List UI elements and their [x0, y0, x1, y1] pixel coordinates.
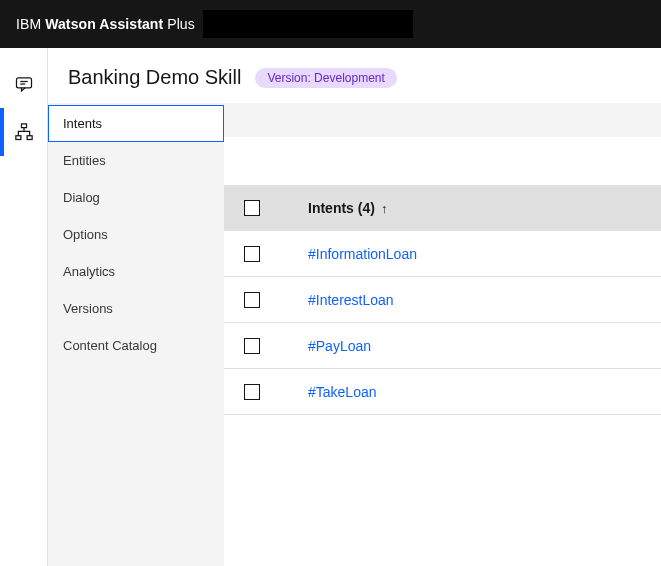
left-rail [0, 48, 48, 566]
nav-dialog[interactable]: Dialog [48, 179, 224, 216]
nav-analytics[interactable]: Analytics [48, 253, 224, 290]
main-pane: Intents (4) ↑ #InformationLoan #Interest… [224, 103, 661, 566]
svg-rect-3 [21, 124, 26, 128]
skill-side-nav: Intents Entities Dialog Options Analytic… [48, 103, 224, 566]
table-row: #TakeLoan [224, 369, 661, 415]
intent-link[interactable]: #TakeLoan [308, 384, 377, 400]
skill-header: Banking Demo Skill Version: Development [48, 48, 661, 103]
row-checkbox[interactable] [244, 246, 260, 262]
toolbar-strip [224, 103, 661, 137]
rail-assistants[interactable] [0, 60, 48, 108]
svg-rect-0 [16, 78, 31, 88]
row-checkbox[interactable] [244, 338, 260, 354]
brand-prefix: IBM [16, 16, 45, 32]
brand-bold: Watson Assistant [45, 16, 163, 32]
product-brand: IBM Watson Assistant Plus [16, 16, 195, 32]
row-checkbox[interactable] [244, 384, 260, 400]
svg-rect-5 [27, 136, 32, 140]
row-checkbox[interactable] [244, 292, 260, 308]
brand-suffix: Plus [163, 16, 195, 32]
select-all-checkbox[interactable] [244, 200, 260, 216]
nav-entities[interactable]: Entities [48, 142, 224, 179]
intent-link[interactable]: #InterestLoan [308, 292, 394, 308]
column-intents[interactable]: Intents (4) ↑ [308, 200, 387, 216]
version-badge: Version: Development [255, 68, 396, 88]
redacted-area [203, 10, 413, 38]
rail-skills[interactable] [0, 108, 48, 156]
intent-link[interactable]: #InformationLoan [308, 246, 417, 262]
sort-asc-icon: ↑ [381, 201, 388, 216]
intent-link[interactable]: #PayLoan [308, 338, 371, 354]
nav-options[interactable]: Options [48, 216, 224, 253]
table-header: Intents (4) ↑ [224, 185, 661, 231]
column-intents-label: Intents (4) [308, 200, 375, 216]
nav-intents[interactable]: Intents [48, 105, 224, 142]
chat-icon [14, 74, 34, 94]
nav-content-catalog[interactable]: Content Catalog [48, 327, 224, 364]
top-bar: IBM Watson Assistant Plus [0, 0, 661, 48]
skill-title: Banking Demo Skill [68, 66, 241, 89]
nav-versions[interactable]: Versions [48, 290, 224, 327]
svg-rect-4 [15, 136, 20, 140]
hierarchy-icon [14, 122, 34, 142]
search-area-placeholder [224, 137, 661, 185]
table-row: #InformationLoan [224, 231, 661, 277]
table-row: #PayLoan [224, 323, 661, 369]
table-row: #InterestLoan [224, 277, 661, 323]
